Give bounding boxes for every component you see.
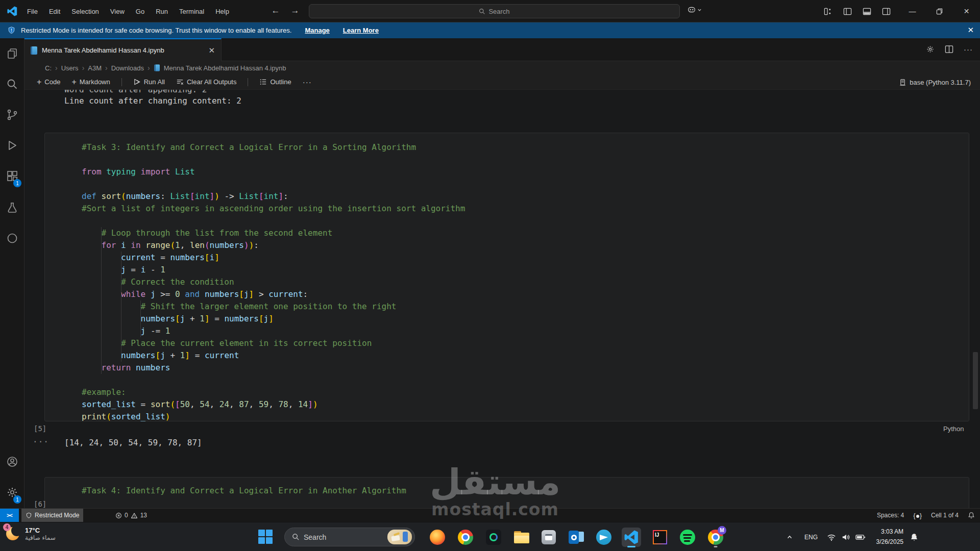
- cell-language-label[interactable]: Python: [943, 425, 964, 433]
- store-app-icon[interactable]: [539, 528, 558, 547]
- add-markdown-cell-button[interactable]: + Markdown: [71, 78, 110, 87]
- code-line[interactable]: #Sort a list of integers in ascending or…: [82, 203, 465, 215]
- volume-icon[interactable]: [841, 522, 850, 551]
- code-editor[interactable]: #Task 3: Identify and Correct a Logical …: [82, 141, 465, 423]
- weather-widget[interactable]: 4 17°C سماء صافية: [5, 526, 56, 541]
- code-line[interactable]: numbers[j + 1] = numbers[j]: [82, 313, 465, 325]
- toggle-secondary-sidebar-icon[interactable]: [882, 7, 891, 16]
- breadcrumb-item[interactable]: Downloads: [111, 64, 144, 72]
- code-line[interactable]: #Task 4: Identify and Correct a Logical …: [82, 485, 406, 497]
- tab-notebook[interactable]: Menna Tarek Abdelhamid Hassan 4.ipynb ✕: [24, 38, 222, 61]
- run-all-button[interactable]: Run All: [133, 78, 165, 86]
- code-line[interactable]: while j >= 0 and numbers[j] > current:: [82, 288, 465, 300]
- toggle-sidebar-icon[interactable]: [843, 7, 852, 16]
- code-line[interactable]: [82, 215, 465, 227]
- source-control-icon[interactable]: [6, 109, 18, 121]
- menu-selection[interactable]: Selection: [66, 8, 104, 15]
- telegram-icon[interactable]: [594, 528, 614, 547]
- remote-indicator[interactable]: ><: [0, 509, 19, 522]
- jupyter-extension-icon[interactable]: [6, 232, 18, 244]
- code-line[interactable]: #example:: [82, 386, 465, 398]
- menu-go[interactable]: Go: [130, 8, 150, 15]
- breadcrumb-file[interactable]: Menna Tarek Abdelhamid Hassan 4.ipynb: [164, 64, 286, 72]
- code-line[interactable]: numbers[j + 1] = current: [82, 349, 465, 362]
- menu-terminal[interactable]: Terminal: [174, 8, 210, 15]
- code-line[interactable]: # Shift the larger element one position …: [82, 300, 465, 313]
- language-indicator[interactable]: ENG: [804, 522, 818, 551]
- spotify-icon[interactable]: [678, 528, 697, 547]
- code-line[interactable]: return numbers: [82, 362, 465, 374]
- tray-show-hidden-icons[interactable]: [786, 522, 793, 551]
- pycharm-icon[interactable]: [484, 528, 503, 547]
- file-explorer-icon[interactable]: [512, 528, 531, 547]
- output-menu-icon[interactable]: ···: [33, 437, 49, 446]
- testing-icon[interactable]: [6, 202, 18, 214]
- menu-file[interactable]: File: [21, 8, 43, 15]
- code-line[interactable]: for i in range(1, len(numbers)):: [82, 239, 465, 252]
- code-line[interactable]: [82, 178, 465, 190]
- copilot-button[interactable]: [687, 5, 702, 14]
- spaces-indicator[interactable]: Spaces: 4: [877, 512, 904, 519]
- vscode-taskbar-icon[interactable]: [622, 528, 641, 547]
- code-line[interactable]: # Correct the condition: [82, 276, 465, 288]
- menu-edit[interactable]: Edit: [43, 8, 66, 15]
- kernel-picker[interactable]: base (Python 3.11.7): [899, 74, 971, 90]
- language-status-icon[interactable]: {}: [913, 512, 922, 519]
- account-icon[interactable]: [6, 456, 18, 468]
- taskbar-search[interactable]: Search: [284, 528, 415, 546]
- split-editor-icon[interactable]: [945, 45, 953, 54]
- code-cell-task4[interactable]: #Task 4: Identify and Correct a Logical …: [44, 477, 969, 508]
- code-line[interactable]: sorted_list = sort([50, 54, 24, 87, 59, …: [82, 398, 465, 411]
- menu-view[interactable]: View: [105, 8, 130, 15]
- close-window-button[interactable]: ✕: [953, 0, 980, 22]
- tab-close-icon[interactable]: ✕: [208, 46, 215, 55]
- clear-all-outputs-button[interactable]: Clear All Outputs: [176, 78, 237, 86]
- search-input[interactable]: Search: [309, 4, 680, 18]
- code-line[interactable]: [82, 154, 465, 166]
- banner-learn-more-link[interactable]: Learn More: [343, 27, 379, 34]
- code-line[interactable]: print(sorted_list): [82, 411, 465, 423]
- code-line[interactable]: j -= 1: [82, 325, 465, 337]
- code-line[interactable]: j = i - 1: [82, 264, 465, 276]
- code-line[interactable]: # Place the current element in its corre…: [82, 337, 465, 349]
- editor-more-actions-icon[interactable]: ···: [964, 45, 973, 54]
- editor-scrollbar[interactable]: [973, 352, 978, 409]
- cell-indicator[interactable]: Cell 1 of 4: [931, 512, 959, 519]
- menu-help[interactable]: Help: [210, 8, 235, 15]
- chrome-icon[interactable]: [456, 528, 475, 547]
- chrome-profile-icon[interactable]: M: [706, 528, 725, 547]
- minimize-button[interactable]: —: [899, 0, 926, 22]
- search-highlight-image[interactable]: [387, 530, 412, 544]
- run-debug-icon[interactable]: [6, 139, 18, 152]
- breadcrumb-item[interactable]: C:: [45, 64, 52, 72]
- toggle-panel-icon[interactable]: [863, 7, 871, 16]
- code-line[interactable]: def sort(numbers: List[int]) -> List[int…: [82, 190, 465, 203]
- banner-manage-link[interactable]: Manage: [305, 27, 329, 34]
- code-line[interactable]: #Task 3: Identify and Correct a Logical …: [82, 141, 465, 154]
- search-sidebar-icon[interactable]: [6, 78, 18, 90]
- notifications-bell-icon[interactable]: [968, 512, 975, 519]
- code-line[interactable]: # Loop through the list from the second …: [82, 227, 465, 239]
- code-line[interactable]: current = numbers[i]: [82, 252, 465, 264]
- outline-button[interactable]: Outline: [259, 78, 291, 86]
- explorer-icon[interactable]: [6, 47, 18, 60]
- notification-bell-icon[interactable]: z: [910, 522, 919, 551]
- battery-icon[interactable]: [855, 522, 866, 551]
- intellij-icon[interactable]: IJ: [650, 528, 670, 547]
- forward-arrow-icon[interactable]: →: [289, 6, 301, 16]
- taskbar-clock[interactable]: 3:03 AM 3/26/2025: [868, 527, 903, 547]
- editor-gear-icon[interactable]: [926, 45, 935, 54]
- code-line[interactable]: from typing import List: [82, 166, 465, 178]
- problems-status[interactable]: 0 13: [111, 509, 151, 522]
- restricted-mode-status[interactable]: Restricted Mode: [21, 509, 83, 522]
- code-cell-task3[interactable]: #Task 3: Identify and Correct a Logical …: [44, 133, 969, 421]
- firefox-icon[interactable]: [428, 528, 447, 547]
- start-button[interactable]: [258, 530, 273, 544]
- toolbar-more-actions-icon[interactable]: ···: [303, 78, 312, 86]
- banner-close-icon[interactable]: ✕: [967, 26, 974, 35]
- menu-run[interactable]: Run: [150, 8, 174, 15]
- code-line[interactable]: [82, 374, 465, 386]
- outlook-icon[interactable]: [567, 528, 586, 547]
- customize-layout-icon[interactable]: [824, 7, 832, 16]
- back-arrow-icon[interactable]: ←: [270, 6, 282, 16]
